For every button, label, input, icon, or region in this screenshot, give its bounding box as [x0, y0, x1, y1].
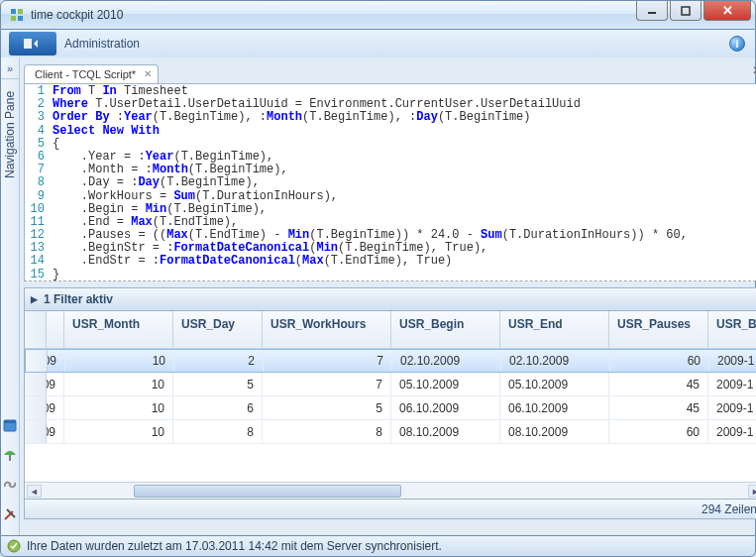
col-partial[interactable] [47, 311, 64, 348]
minimize-button[interactable] [636, 1, 668, 21]
sidebar-title: Navigation Pane [3, 79, 17, 416]
table-row[interactable]: 09105705.10.200905.10.2009452009-1 [25, 373, 756, 396]
cell: 6 [173, 396, 263, 419]
line-number: 10 [25, 202, 51, 215]
help-icon[interactable]: i [729, 36, 745, 52]
code-line[interactable]: 13 .BeginStr = :FormatDateCanonical(Min(… [25, 241, 756, 254]
cell: 02.10.2009 [392, 350, 501, 372]
row-header[interactable] [26, 350, 48, 372]
table-row[interactable]: 09102702.10.200902.10.2009602009-1 [25, 349, 756, 373]
code-text: .Begin = Min(T.BeginTime), [51, 202, 756, 215]
grid-hscrollbar[interactable]: ◄ ► [25, 482, 756, 499]
app-icon [9, 7, 25, 23]
col-usr-workhours[interactable]: USR_WorkHours [263, 311, 391, 348]
code-text: .WorkHours = Sum(T.DurationInHours), [51, 189, 756, 202]
code-line[interactable]: 6 .Year = :Year(T.BeginTime), [25, 150, 756, 163]
ribbon-bar: Administration i [0, 30, 756, 57]
code-line[interactable]: 14 .EndStr = :FormatDateCanonical(Max(T.… [25, 254, 756, 267]
col-usr-day[interactable]: USR_Day [173, 311, 263, 348]
svg-rect-2 [11, 16, 16, 21]
scroll-right-icon[interactable]: ► [748, 485, 756, 498]
svg-rect-3 [18, 16, 23, 21]
code-line[interactable]: 5{ [25, 137, 756, 150]
filter-bar[interactable]: ▶ 1 Filter aktiv [24, 287, 756, 311]
svg-rect-0 [11, 9, 16, 14]
cell: 10 [64, 396, 173, 419]
row-header[interactable] [25, 373, 47, 395]
maximize-button[interactable] [670, 1, 702, 21]
tabs-close-all-icon[interactable]: ✕ [752, 63, 756, 77]
line-number: 9 [25, 189, 51, 202]
ribbon-tab-administration[interactable]: Administration [64, 37, 140, 51]
row-header[interactable] [25, 420, 47, 443]
col-usr-month[interactable]: USR_Month [64, 311, 173, 348]
line-number: 12 [25, 228, 51, 241]
code-line[interactable]: 3Order By :Year(T.BeginTime), :Month(T.B… [25, 110, 756, 123]
line-number: 15 [25, 268, 51, 280]
code-line[interactable]: 12 .Pauses = ((Max(T.EndTime) - Min(T.Be… [25, 228, 756, 241]
col-usr-end[interactable]: USR_End [500, 311, 609, 348]
table-row[interactable]: 09108808.10.200908.10.2009602009-1 [25, 420, 756, 444]
code-text: Where T.UserDetail.UserDetailUuid = Envi… [51, 97, 756, 110]
cell: 60 [610, 350, 709, 372]
code-text: .Day = :Day(T.BeginTime), [51, 175, 756, 188]
cell: 05.10.2009 [391, 373, 500, 395]
line-number: 8 [25, 175, 51, 188]
code-line[interactable]: 2Where T.UserDetail.UserDetailUuid = Env… [25, 97, 756, 110]
tools-icon[interactable] [1, 505, 19, 523]
col-usr-begin[interactable]: USR_Begin [391, 311, 500, 348]
close-button[interactable]: ✕ [703, 1, 751, 21]
calendar-icon[interactable] [1, 416, 19, 434]
cell: 08.10.2009 [500, 420, 609, 443]
navigation-sidebar: » Navigation Pane [1, 57, 20, 535]
sync-status-icon [7, 539, 21, 553]
tab-tcql-script[interactable]: Client - TCQL Script* ✕ [24, 64, 159, 83]
cell: 10 [65, 350, 174, 372]
row-header[interactable] [25, 396, 47, 419]
cell: 60 [609, 420, 708, 443]
code-editor[interactable]: 1From T In Timesheet2Where T.UserDetail.… [24, 83, 756, 281]
cell: 10 [64, 373, 173, 395]
svg-rect-4 [648, 12, 656, 14]
line-number: 14 [25, 254, 51, 267]
code-line[interactable]: 8 .Day = :Day(T.BeginTime), [25, 175, 756, 188]
cell: 2009-1 [709, 350, 756, 372]
code-text: .Month = :Month(T.BeginTime), [51, 163, 756, 175]
cell: 8 [173, 420, 263, 443]
code-line[interactable]: 7 .Month = :Month(T.BeginTime), [25, 163, 756, 175]
app-menu-button[interactable] [9, 32, 56, 56]
svg-rect-8 [4, 420, 16, 423]
grid-header: USR_Month USR_Day USR_WorkHours USR_Begi… [25, 311, 756, 349]
line-number: 6 [25, 150, 51, 163]
table-row[interactable]: 09106506.10.200906.10.2009452009-1 [25, 396, 756, 420]
col-usr-b[interactable]: USR_B [708, 311, 756, 348]
svg-rect-6 [24, 39, 32, 49]
cell: 2009-1 [708, 396, 756, 419]
code-line[interactable]: 11 .End = Max(T.EndTime), [25, 215, 756, 228]
cell: 8 [263, 420, 391, 443]
expand-sidebar-button[interactable]: » [1, 57, 19, 79]
code-line[interactable]: 4Select New With [25, 124, 756, 137]
cell: 06.10.2009 [500, 396, 609, 419]
cell: 45 [609, 396, 708, 419]
title-bar: time cockpit 2010 ✕ [0, 0, 756, 30]
cell: 09 [47, 373, 64, 395]
line-number: 5 [25, 137, 51, 150]
code-line[interactable]: 15} [25, 268, 756, 280]
cell: 45 [609, 373, 708, 395]
code-text: From T In Timesheet [51, 84, 756, 97]
cell: 10 [64, 420, 173, 443]
code-line[interactable]: 10 .Begin = Min(T.BeginTime), [25, 202, 756, 215]
code-line[interactable]: 1From T In Timesheet [25, 84, 756, 97]
tab-close-icon[interactable]: ✕ [144, 68, 152, 79]
code-text: Select New With [51, 124, 756, 137]
col-usr-pauses[interactable]: USR_Pauses [609, 311, 708, 348]
code-line[interactable]: 9 .WorkHours = Sum(T.DurationInHours), [25, 189, 756, 202]
umbrella-icon[interactable] [1, 446, 19, 464]
status-text: Ihre Daten wurden zuletzt am 17.03.2011 … [27, 539, 442, 553]
scroll-left-icon[interactable]: ◄ [27, 485, 42, 498]
scroll-thumb[interactable] [134, 485, 401, 498]
cell: 2 [174, 350, 264, 372]
link-icon[interactable] [1, 476, 19, 494]
cell: 7 [264, 350, 392, 372]
